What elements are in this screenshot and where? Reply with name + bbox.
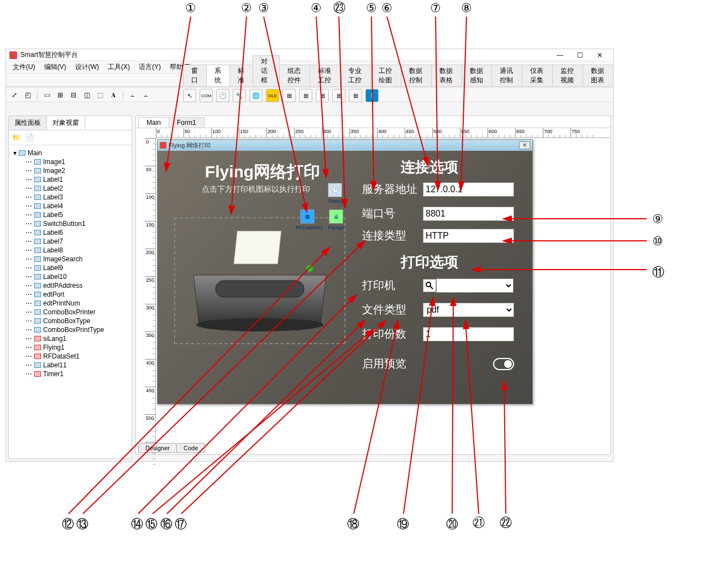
tree-item-SwitchButton1[interactable]: ⋯ SwitchButton1 bbox=[11, 219, 129, 228]
minimize-button[interactable]: — bbox=[550, 51, 570, 59]
tree-item-ComboBoxPrintType[interactable]: ⋯ ComboBoxPrintType bbox=[11, 325, 129, 334]
tool-tab-9[interactable]: 数据表格 bbox=[431, 65, 462, 86]
preview-toggle[interactable] bbox=[493, 358, 514, 370]
align-1[interactable]: ⤢ bbox=[8, 89, 20, 101]
menu-edit[interactable]: 编辑(V) bbox=[40, 61, 71, 73]
tree-item-siLang1[interactable]: ⋯ siLang1 bbox=[11, 334, 129, 343]
menu-tool[interactable]: 工具(X) bbox=[103, 61, 134, 73]
win5-icon[interactable]: ⊞ bbox=[349, 89, 362, 102]
ole-icon[interactable]: OLE bbox=[266, 89, 279, 102]
tool-tab-12[interactable]: 仪表采集 bbox=[522, 65, 553, 86]
win4-icon[interactable]: ⊞ bbox=[332, 89, 345, 102]
align-3[interactable]: ▭ bbox=[41, 89, 53, 101]
align-5[interactable]: ⊟ bbox=[67, 89, 80, 101]
tool-tab-10[interactable]: 数据感知 bbox=[462, 65, 493, 86]
tree-item-Label6[interactable]: ⋯ Label6 bbox=[11, 228, 129, 237]
bluetooth-icon[interactable]: ᛒ bbox=[365, 89, 379, 102]
canvas[interactable]: Flying 网络打印 ✕ Flying网络打印 点击下方打印机图标以执行打印 bbox=[156, 138, 610, 443]
menu-file[interactable]: 文件(U) bbox=[8, 61, 40, 73]
tool-tab-6[interactable]: 专业工控 bbox=[340, 65, 371, 86]
tree-item-Label10[interactable]: ⋯ Label10 bbox=[11, 272, 129, 281]
timer-component[interactable]: 🕐Timer1 bbox=[323, 183, 347, 204]
tree-item-Label5[interactable]: ⋯ Label5 bbox=[11, 210, 129, 219]
tool-tab-2[interactable]: 标准 bbox=[229, 65, 253, 86]
tool-tab-0[interactable]: 窗口 bbox=[183, 65, 207, 86]
tool-tab-7[interactable]: 工控绘图 bbox=[370, 65, 401, 86]
design-form[interactable]: Flying 网络打印 ✕ Flying网络打印 点击下方打印机图标以执行打印 bbox=[157, 139, 533, 404]
tree-item-Label2[interactable]: ⋯ Label2 bbox=[11, 184, 129, 193]
pointer-icon[interactable]: ↖ bbox=[183, 89, 196, 102]
align-9[interactable]: ⫠ bbox=[127, 89, 139, 101]
tab-property[interactable]: 属性面板 bbox=[9, 116, 47, 130]
align-7[interactable]: ⬚ bbox=[94, 89, 106, 101]
tree-item-Label11[interactable]: ⋯ Label11 bbox=[11, 361, 129, 370]
tree-item-Timer1[interactable]: ⋯ Timer1 bbox=[11, 370, 129, 378]
tab-designer[interactable]: Designer bbox=[138, 443, 177, 453]
conn-type-input[interactable] bbox=[423, 229, 514, 243]
tool-tab-14[interactable]: 数据图表 bbox=[583, 65, 614, 86]
tool-tab-11[interactable]: 通讯控制 bbox=[491, 65, 522, 86]
win1-icon[interactable]: ⊞ bbox=[282, 89, 296, 102]
align-8[interactable]: 𝐀 bbox=[107, 89, 119, 101]
tool-tab-13[interactable]: 监控视频 bbox=[552, 65, 583, 86]
server-addr-input[interactable] bbox=[423, 182, 514, 197]
rfdataset-component[interactable]: ▦RFDataSet1 bbox=[296, 209, 319, 230]
tree-item-edtIPAddress[interactable]: ⋯ edtIPAddress bbox=[11, 281, 129, 290]
tree-item-edtPrintNum[interactable]: ⋯ edtPrintNum bbox=[11, 299, 129, 308]
tree-item-ComboBoxPrinter[interactable]: ⋯ ComboBoxPrinter bbox=[11, 308, 129, 317]
maximize-button[interactable]: ☐ bbox=[570, 51, 590, 59]
tab-code[interactable]: Code bbox=[176, 443, 205, 453]
doc-tab-form1[interactable]: Form1 bbox=[169, 117, 205, 128]
tree-item-Label7[interactable]: ⋯ Label7 bbox=[11, 237, 129, 246]
tool-tab-8[interactable]: 数据控制 bbox=[401, 65, 432, 86]
win3-icon[interactable]: ⊞ bbox=[316, 89, 329, 102]
form-close-button[interactable]: ✕ bbox=[519, 141, 530, 149]
win2-icon[interactable]: ⊞ bbox=[299, 89, 312, 102]
tree-tool-2[interactable]: 📄 bbox=[23, 131, 35, 144]
tree-root[interactable]: ▾ Main bbox=[11, 149, 129, 157]
align-10[interactable]: ⫠ bbox=[140, 89, 152, 101]
tab-objects[interactable]: 对象视窗 bbox=[47, 116, 85, 130]
form-caption: Flying 网络打印 bbox=[169, 141, 211, 150]
tree-item-ComboBoxType[interactable]: ⋯ ComboBoxType bbox=[11, 317, 129, 325]
printer-search-button[interactable] bbox=[423, 279, 436, 292]
globe-icon[interactable]: 🌐 bbox=[249, 89, 263, 102]
align-2[interactable]: ◰ bbox=[22, 89, 34, 101]
tree-item-ImageSearch[interactable]: ⋯ ImageSearch bbox=[11, 255, 129, 263]
callout-2: ② bbox=[241, 1, 252, 15]
tree-tool-1[interactable]: 📁 bbox=[10, 131, 22, 144]
printer-image[interactable] bbox=[174, 217, 345, 344]
tree-item-Label1[interactable]: ⋯ Label1 bbox=[11, 175, 129, 184]
align-6[interactable]: ◫ bbox=[81, 89, 93, 101]
app-window: Smart智慧控制平台 — ☐ ✕ 文件(U) 编辑(V) 设计(W) 工具(X… bbox=[6, 49, 614, 462]
tool-tab-3[interactable]: 对话框 bbox=[253, 55, 280, 86]
tree-item-Image2[interactable]: ⋯ Image2 bbox=[11, 166, 129, 175]
com-icon[interactable]: COM bbox=[200, 89, 213, 102]
tree-item-Label9[interactable]: ⋯ Label9 bbox=[11, 263, 129, 272]
wrench-icon[interactable]: 🔧 bbox=[233, 89, 246, 102]
ruler-horizontal: 0501001502002503003504004505005506006507… bbox=[156, 128, 610, 138]
menu-lang[interactable]: 语言(Y) bbox=[134, 61, 165, 73]
svg-point-1 bbox=[196, 318, 323, 331]
tree-item-Label8[interactable]: ⋯ Label8 bbox=[11, 246, 129, 255]
menu-design[interactable]: 设计(W) bbox=[71, 61, 103, 73]
align-4[interactable]: ⊞ bbox=[54, 89, 66, 101]
tool-tab-4[interactable]: 组态控件 bbox=[279, 65, 310, 86]
printer-combo[interactable] bbox=[436, 278, 514, 293]
doc-tab-main[interactable]: Main bbox=[138, 117, 169, 128]
copies-input[interactable] bbox=[423, 327, 514, 341]
tree-item-Label4[interactable]: ⋯ Label4 bbox=[11, 202, 129, 210]
file-type-combo[interactable]: pdf bbox=[423, 303, 514, 317]
tree-item-RFDataSet1[interactable]: ⋯ RFDataSet1 bbox=[11, 352, 129, 361]
tool-tab-5[interactable]: 标准工控 bbox=[310, 65, 341, 86]
tree-item-Image1[interactable]: ⋯ Image1 bbox=[11, 157, 129, 166]
tree-item-Flying1[interactable]: ⋯ Flying1 bbox=[11, 343, 129, 352]
tree-item-Label3[interactable]: ⋯ Label3 bbox=[11, 193, 129, 202]
print-section-title: 打印选项 bbox=[401, 252, 458, 272]
port-input[interactable] bbox=[423, 207, 514, 221]
clock-icon[interactable]: 🕐 bbox=[216, 89, 229, 102]
tool-tab-1[interactable]: 系统 bbox=[206, 65, 230, 86]
close-button[interactable]: ✕ bbox=[590, 51, 610, 59]
flying-component[interactable]: 🖨Flying1 bbox=[324, 209, 348, 230]
tree-item-edtPort[interactable]: ⋯ edtPort bbox=[11, 290, 129, 299]
